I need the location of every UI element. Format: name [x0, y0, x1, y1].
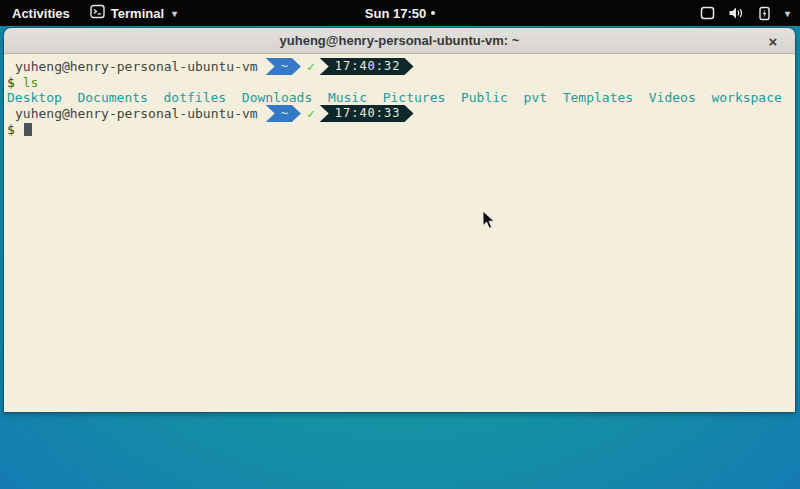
close-icon[interactable]: × [763, 28, 783, 54]
prompt-directory-segment: ~ [266, 105, 301, 122]
system-menu-chevron-icon: ▾ [785, 8, 790, 19]
clock-label[interactable]: Sun 17:50 [365, 6, 426, 21]
prompt-time-segment: 17:40:33 [320, 105, 414, 122]
activities-button[interactable]: Activities [10, 6, 72, 21]
desktop: Activities Terminal ▾ Sun 17:50 [0, 0, 800, 489]
battery-charging-icon [757, 6, 772, 21]
prompt-status-check-icon: ✓ [307, 58, 315, 75]
notification-dot [431, 11, 435, 15]
prompt-directory-segment: ~ [266, 58, 301, 75]
volume-icon [728, 6, 744, 20]
system-status-area[interactable]: ▾ [700, 0, 794, 26]
gnome-top-bar: Activities Terminal ▾ Sun 17:50 [0, 0, 800, 26]
chevron-down-icon: ▾ [172, 8, 177, 19]
prompt-line-1: yuheng@henry-personal-ubuntu-vm ~ ✓ 17:4… [7, 58, 793, 75]
terminal-window: yuheng@henry-personal-ubuntu-vm: ~ × yuh… [4, 28, 795, 412]
network-icon [700, 6, 715, 20]
command-line-1: $ ls [7, 75, 793, 90]
mouse-cursor [482, 210, 496, 234]
terminal-cursor [24, 123, 32, 136]
window-title: yuheng@henry-personal-ubuntu-vm: ~ [280, 33, 520, 48]
app-menu-terminal[interactable]: Terminal ▾ [90, 4, 177, 22]
prompt-status-check-icon: ✓ [307, 105, 315, 122]
prompt-user-host: yuheng@henry-personal-ubuntu-vm [15, 105, 258, 122]
prompt-dollar: $ [7, 75, 15, 90]
ls-output-line: Desktop Documents dotfiles Downloads Mus… [7, 90, 793, 105]
app-menu-label: Terminal [111, 6, 164, 21]
prompt-time-segment: 17:40:32 [320, 58, 414, 75]
prompt-dollar: $ [7, 122, 15, 137]
command-text: ls [23, 75, 39, 90]
window-titlebar[interactable]: yuheng@henry-personal-ubuntu-vm: ~ × [4, 28, 795, 54]
terminal-content[interactable]: yuheng@henry-personal-ubuntu-vm ~ ✓ 17:4… [4, 54, 795, 412]
command-line-2: $ [7, 122, 793, 137]
terminal-icon [90, 4, 105, 22]
prompt-line-2: yuheng@henry-personal-ubuntu-vm ~ ✓ 17:4… [7, 105, 793, 122]
prompt-user-host: yuheng@henry-personal-ubuntu-vm [15, 58, 258, 75]
